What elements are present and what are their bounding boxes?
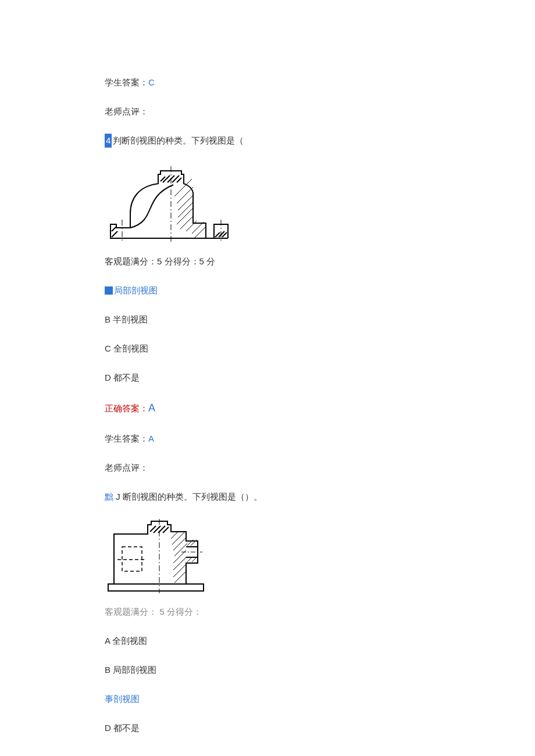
svg-line-44 (187, 557, 192, 562)
option-a: 局部剖视图 (105, 284, 430, 298)
svg-line-38 (173, 550, 186, 563)
question-5-prompt: 黜 J 断剖视图的种类。下列视图是（）。 (105, 490, 430, 504)
svg-line-1 (112, 231, 117, 237)
svg-line-10 (177, 178, 181, 182)
score-line: 客观题满分：5 分得分：5 分 (105, 255, 430, 268)
document-page: 学生答案：C 老师点评： 4判断剖视图的种类。下列视图是（ (0, 0, 535, 756)
question-5-figure (105, 519, 430, 594)
svg-line-13 (178, 195, 193, 210)
section-view-drawing-1-icon (105, 163, 238, 244)
svg-line-39 (173, 557, 186, 570)
question-4-prompt: 4判断剖视图的种类。下列视图是（ (105, 134, 430, 148)
correct-answer-label: 正确答案： (105, 403, 148, 413)
svg-line-40 (173, 564, 186, 577)
student-answer-label: 学生答案： (105, 433, 148, 443)
svg-line-45 (192, 557, 197, 562)
svg-line-37 (174, 543, 187, 556)
teacher-comment-label: 老师点评： (105, 463, 148, 472)
teacher-comment-row: 老师点评： (105, 105, 430, 119)
question-number-badge: 4 (105, 134, 112, 148)
question-prefix: 黜 (105, 492, 113, 501)
svg-line-12 (177, 187, 193, 203)
section-view-drawing-2-icon (105, 519, 209, 594)
student-answer-row: 学生答案：C (105, 76, 430, 89)
student-answer-row: 学生答案：A (105, 432, 430, 446)
student-answer-value: A (148, 433, 154, 443)
svg-line-19 (194, 227, 206, 238)
selected-marker-icon (105, 286, 113, 295)
option-c: 事剖视图 (105, 692, 430, 706)
correct-answer-value: A (148, 402, 155, 414)
svg-rect-23 (108, 584, 204, 591)
option-a-text: 局部剖视图 (114, 285, 158, 295)
option-c: C 全剖视图 (105, 342, 430, 356)
question-4-figure (105, 163, 430, 244)
svg-line-14 (178, 202, 193, 217)
question-prompt-text: 判断剖视图的种类。下列视图是（ (113, 135, 244, 145)
teacher-comment-row: 老师点评： (105, 461, 430, 475)
svg-line-34 (171, 532, 178, 539)
svg-rect-25 (122, 547, 142, 571)
svg-line-41 (174, 571, 186, 583)
teacher-comment-label: 老师点评： (105, 106, 148, 116)
svg-line-16 (180, 216, 193, 229)
option-b: B 半剖视图 (105, 313, 430, 327)
student-answer-value: C (148, 77, 155, 87)
option-d: D 都不是 (105, 721, 430, 735)
svg-line-17 (186, 221, 197, 231)
svg-line-2 (112, 227, 116, 231)
correct-answer-row: 正确答案：A (105, 400, 430, 417)
option-a: A 全剖视图 (105, 634, 430, 648)
option-b: B 局部剖视图 (105, 663, 430, 677)
student-answer-label: 学生答案： (105, 77, 148, 87)
option-d: D 都不是 (105, 371, 430, 385)
svg-line-36 (173, 538, 186, 550)
question-prompt-text: J 断剖视图的种类。下列视图是（）。 (113, 492, 262, 501)
score-line: 客观题满分： 5 分得分： (105, 605, 430, 619)
svg-line-35 (172, 532, 185, 544)
